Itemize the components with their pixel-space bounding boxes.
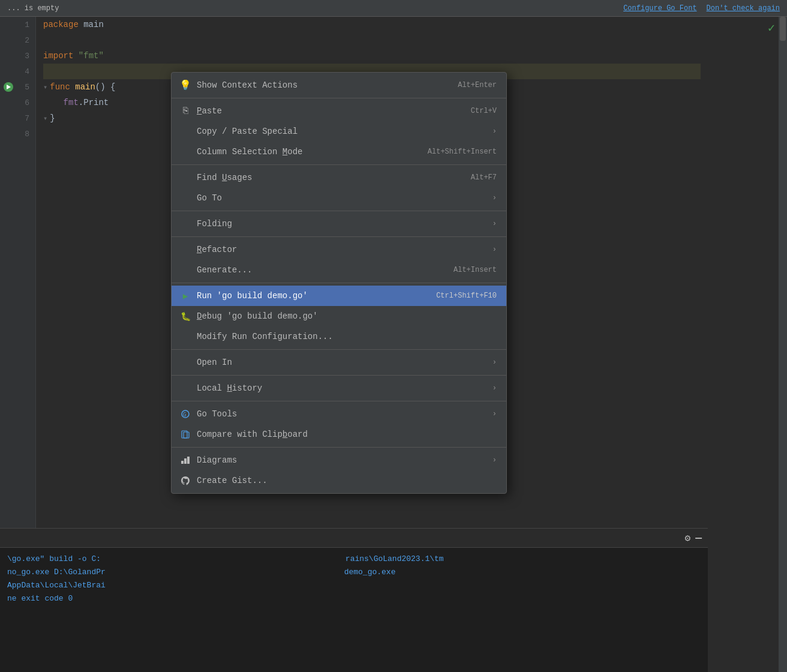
- menu-item-run[interactable]: ▶ Run 'go build demo.go' Ctrl+Shift+F10: [172, 286, 506, 306]
- line-5[interactable]: 5: [0, 79, 35, 95]
- configure-go-font-link[interactable]: Configure Go Font: [623, 4, 696, 13]
- compare-clipboard-icon: [179, 428, 192, 441]
- github-icon: [179, 474, 192, 487]
- dont-check-again-link[interactable]: Don't check again: [707, 4, 780, 13]
- terminal-area: ⚙ — \go.exe" build -o C: rains\GoLand202…: [0, 528, 708, 672]
- menu-item-column-selection[interactable]: Column Selection Mode Alt+Shift+Insert: [172, 142, 506, 162]
- code-dot: .Print: [79, 98, 109, 107]
- menu-item-diagrams[interactable]: Diagrams ›: [172, 450, 506, 470]
- svg-rect-6: [187, 457, 190, 464]
- code-brace: }: [50, 113, 55, 123]
- line-8: 8: [0, 126, 35, 142]
- top-bar-right: Configure Go Font Don't check again: [623, 4, 780, 13]
- menu-item-debug[interactable]: 🐛 Debug 'go build demo.go': [172, 306, 506, 326]
- scrollbar[interactable]: [779, 17, 787, 672]
- bulb-icon: 💡: [179, 79, 192, 92]
- pkg-fmt: fmt: [64, 98, 79, 107]
- menu-item-generate[interactable]: Generate... Alt+Insert: [172, 260, 506, 280]
- debug-icon: 🐛: [179, 310, 192, 323]
- menu-label-go-to: Go To: [197, 193, 488, 203]
- menu-shortcut-paste: Ctrl+V: [471, 107, 497, 115]
- menu-item-compare-clipboard[interactable]: Compare with Clipboard: [172, 424, 506, 445]
- menu-item-go-to[interactable]: Go To ›: [172, 188, 506, 208]
- arrow-go-to: ›: [492, 194, 497, 202]
- menu-item-local-history[interactable]: Local History ›: [172, 378, 506, 398]
- run-gutter-icon[interactable]: [4, 82, 13, 92]
- menu-shortcut-column-selection: Alt+Shift+Insert: [428, 148, 497, 156]
- menu-label-refactor: Refactor: [197, 245, 488, 254]
- code-line-1: package main: [43, 17, 701, 32]
- menu-label-local-history: Local History: [197, 383, 488, 393]
- menu-label-copy-paste-special: Copy / Paste Special: [197, 127, 488, 136]
- checkmark-indicator: ✓: [768, 20, 775, 35]
- menu-shortcut-run: Ctrl+Shift+F10: [436, 292, 497, 300]
- keyword-import: import: [43, 51, 73, 61]
- separator-6: [172, 349, 506, 350]
- menu-item-create-gist[interactable]: Create Gist...: [172, 470, 506, 491]
- menu-label-generate: Generate...: [197, 265, 444, 275]
- menu-label-modify-run: Modify Run Configuration...: [197, 332, 497, 341]
- fold-icon-5[interactable]: ▾: [43, 83, 47, 92]
- terminal-line-3: AppData\Local\JetBrai: [7, 579, 701, 592]
- refactor-icon: [179, 243, 192, 256]
- line-3: 3: [0, 48, 35, 64]
- separator-9: [172, 447, 506, 448]
- open-in-icon: [179, 356, 192, 369]
- separator-3: [172, 211, 506, 211]
- separator-5: [172, 283, 506, 283]
- minimize-icon[interactable]: —: [695, 532, 702, 544]
- top-bar-left-text: ... is empty: [7, 4, 59, 13]
- menu-item-modify-run[interactable]: Modify Run Configuration...: [172, 326, 506, 347]
- separator-1: [172, 98, 506, 98]
- svg-text:G: G: [183, 412, 186, 418]
- line-1: 1: [0, 17, 35, 32]
- find-usages-icon: [179, 171, 192, 184]
- menu-item-open-in[interactable]: Open In ›: [172, 352, 506, 373]
- menu-item-copy-paste-special[interactable]: Copy / Paste Special ›: [172, 121, 506, 142]
- menu-label-column-selection: Column Selection Mode: [197, 147, 418, 157]
- svg-rect-3: [184, 432, 189, 438]
- code-main-pkg: main: [83, 20, 104, 29]
- paste-icon: ⎘: [179, 104, 192, 118]
- menu-item-show-context-actions[interactable]: 💡 Show Context Actions Alt+Enter: [172, 75, 506, 95]
- keyword-package: package: [43, 20, 79, 29]
- copy-paste-icon: [179, 125, 192, 138]
- menu-item-go-tools[interactable]: G Go Tools ›: [172, 404, 506, 424]
- code-parens: () {: [95, 82, 116, 92]
- terminal-text-4: ne exit code 0: [7, 594, 73, 603]
- run-menu-icon: ▶: [179, 289, 192, 302]
- menu-label-find-usages: Find Usages: [197, 173, 461, 182]
- gear-icon[interactable]: ⚙: [685, 532, 691, 544]
- go-tools-icon: G: [179, 407, 192, 421]
- keyword-func: func: [50, 82, 70, 92]
- arrow-open-in: ›: [492, 358, 497, 367]
- top-bar: ... is empty Configure Go Font Don't che…: [0, 0, 787, 17]
- arrow-folding: ›: [492, 220, 497, 228]
- menu-label-create-gist: Create Gist...: [197, 476, 497, 485]
- fold-close-icon-7[interactable]: ▾: [43, 114, 47, 123]
- code-line-3: import "fmt": [43, 48, 701, 64]
- terminal-text-1: \go.exe" build -o C:: [7, 554, 101, 563]
- menu-label-open-in: Open In: [197, 358, 488, 367]
- terminal-line-2: no_go.exe D:\GolandPr demo_go.exe: [7, 566, 701, 579]
- code-space2: [70, 82, 75, 92]
- menu-label-go-tools: Go Tools: [197, 409, 488, 419]
- menu-item-refactor[interactable]: Refactor ›: [172, 239, 506, 260]
- menu-item-folding[interactable]: Folding ›: [172, 214, 506, 234]
- code-plain: [79, 20, 83, 29]
- menu-label-folding: Folding: [197, 219, 488, 229]
- menu-item-paste[interactable]: ⎘ Paste Ctrl+V: [172, 101, 506, 121]
- svg-rect-5: [184, 458, 187, 464]
- func-name-main: main: [75, 82, 95, 92]
- scrollbar-thumb[interactable]: [780, 17, 786, 41]
- separator-4: [172, 236, 506, 237]
- menu-item-find-usages[interactable]: Find Usages Alt+F7: [172, 167, 506, 188]
- menu-label-run: Run 'go build demo.go': [197, 291, 426, 301]
- folding-icon: [179, 217, 192, 230]
- menu-label-paste: Paste: [197, 106, 461, 116]
- separator-2: [172, 164, 506, 165]
- menu-shortcut-generate: Alt+Insert: [453, 266, 497, 274]
- context-menu: 💡 Show Context Actions Alt+Enter ⎘ Paste…: [171, 72, 507, 494]
- separator-8: [172, 401, 506, 401]
- separator-7: [172, 375, 506, 376]
